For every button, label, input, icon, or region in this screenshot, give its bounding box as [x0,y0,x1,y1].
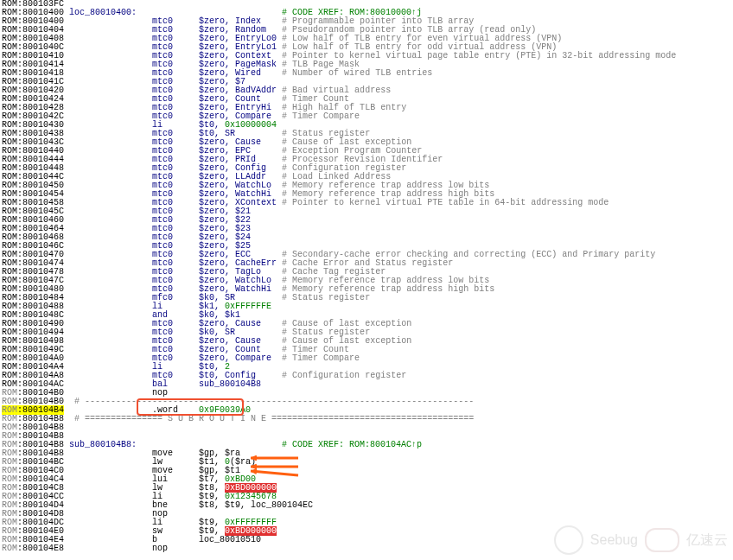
asm-line[interactable]: ROM:800104E8 nop [2,544,731,553]
operands: $t8, $t9, loc_800104EC [199,500,313,510]
operands: sub_800104B8 [199,379,261,389]
disassembly-listing[interactable]: ROM:800103FC ROM:80010400 loc_80010400: … [0,0,733,553]
comment: # Number of wired TLB entries [282,68,432,78]
operands: loc_80010510 [199,535,261,544]
comment: # Configuration register [282,371,406,380]
asm-line[interactable]: ROM:800104B8 # =============== S U B R O… [2,415,731,423]
comment: # Timer Compare [282,353,360,363]
comment: # Pointer to kernel virtual PTE table in… [282,198,609,207]
rom-prefix: ROM [2,544,17,553]
separator-comment: # =============== S U B R O U T I N E ==… [74,414,474,423]
address: :800104E8 [17,544,64,553]
xref-comment: # CODE XREF: ROM:800104AC↑p [282,440,422,449]
comment: # Timer Compare [282,111,360,121]
mnemonic: nop [152,544,199,553]
comment: # Status register [282,293,370,302]
asm-line[interactable]: ROM:800104B8 [2,423,731,432]
